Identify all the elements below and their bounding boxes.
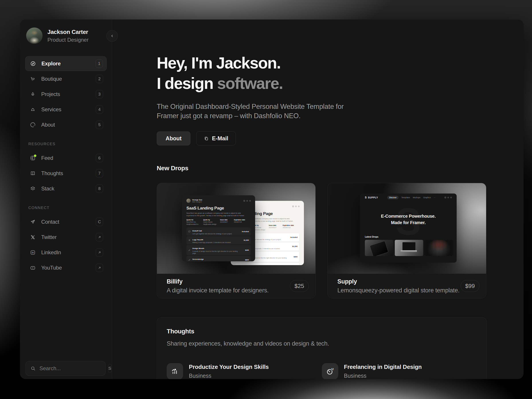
about-button[interactable]: About: [157, 132, 190, 146]
invoice-social-icons: [292, 206, 299, 207]
nav-label: Twitter: [41, 234, 96, 240]
shortcut-badge: 7: [96, 169, 103, 177]
invoice-meta-label: Expiration date: [234, 219, 251, 221]
main-content: Hey, I'm Jackson.I design software. The …: [112, 19, 524, 379]
feed-grid-icon: [30, 155, 36, 161]
product-description: A digital invoice template for designers…: [167, 287, 269, 294]
invoice-title: SaaS Landing Page: [186, 206, 251, 211]
thought-item-freelancing[interactable]: 12 Freelancing in Digital Design Busines…: [322, 363, 477, 379]
app-window: Jackson Carter Product Designer Explore …: [20, 19, 524, 379]
thumbnail-tablet: [365, 240, 393, 256]
supply-nav-more: ···: [434, 196, 436, 199]
external-arrow-icon: [96, 264, 103, 272]
sidebar-item-contact[interactable]: Contact C: [25, 215, 107, 229]
thought-category: Business: [344, 373, 422, 379]
hero-title-line1: Hey, I'm Jackson.: [157, 54, 281, 72]
price-badge: $99: [461, 280, 480, 292]
email-button[interactable]: E-Mail: [196, 132, 236, 146]
sidebar-collapse-button[interactable]: [106, 30, 118, 42]
invoice-meta-label: Issue date: [220, 219, 234, 221]
avatar: [26, 27, 43, 44]
x-logo-icon: [30, 234, 36, 240]
bell-icon: [30, 107, 36, 112]
profile[interactable]: Jackson Carter Product Designer: [20, 19, 112, 44]
invoice-meta-label: Quote for: [186, 219, 203, 221]
sidebar-nav: Explore 1 Boutique 2 Projects 3: [25, 56, 107, 276]
sidebar-item-thoughts[interactable]: Thoughts 7: [25, 166, 107, 181]
supply-site-mockup: S SSUPPLY Discover Templates Mockups Gra…: [360, 194, 457, 263]
sidebar-item-stack[interactable]: Stack 8: [25, 181, 107, 196]
sidebar: Jackson Carter Product Designer Explore …: [20, 19, 112, 379]
supply-preview-image: S SSUPPLY Discover Templates Mockups Gra…: [328, 183, 486, 274]
shortcut-badge: 5: [96, 120, 103, 129]
sidebar-item-twitter[interactable]: Twitter: [25, 230, 107, 245]
invoice-description: NovoTech has grown as a software company…: [186, 212, 248, 217]
linkedin-icon: in: [30, 250, 36, 255]
invoice-mockup-dark: George Doe Web Designer SaaS Landing Pag…: [182, 195, 255, 261]
svg-text:in: in: [32, 251, 34, 254]
sidebar-item-explore[interactable]: Explore 1: [25, 56, 107, 71]
compass-icon: [30, 61, 36, 66]
supply-nav-item: Templates: [401, 196, 410, 199]
pen-nib-icon: [30, 91, 36, 97]
svg-text:12: 12: [331, 368, 334, 370]
shortcut-badge: 4: [96, 105, 103, 114]
clock-12-icon: 12: [322, 363, 338, 379]
sidebar-item-linkedin[interactable]: in LinkedIn: [25, 245, 107, 260]
book-icon: [30, 171, 36, 176]
nav-label: Explore: [41, 61, 95, 67]
sidebar-item-about[interactable]: About 5: [25, 117, 107, 132]
chevron-left-icon: [109, 33, 115, 38]
sidebar-item-services[interactable]: Services 4: [25, 102, 107, 117]
thumbnail-portrait: [425, 240, 453, 256]
price-badge: $25: [290, 280, 309, 292]
search-box[interactable]: S: [25, 361, 106, 376]
nav-label: Services: [41, 106, 96, 113]
invoice-author-role: Web Designer: [192, 201, 202, 203]
supply-social-icons: [445, 197, 452, 198]
shortcut-badge: 2: [96, 75, 103, 83]
email-button-label: E-Mail: [212, 135, 228, 142]
product-name: Supply: [337, 278, 460, 285]
sidebar-item-youtube[interactable]: YouTube: [25, 260, 107, 275]
thumbnail-laptop: [395, 240, 423, 256]
supply-thumbnails: [360, 240, 457, 256]
thought-category: Business: [189, 373, 269, 379]
sidebar-item-boutique[interactable]: Boutique 2: [25, 72, 107, 86]
sidebar-item-projects[interactable]: Projects 3: [25, 87, 107, 101]
supply-nav-item: Mockups: [413, 196, 420, 199]
hero-subtitle: The Original Dashboard-Styled Personal W…: [157, 102, 358, 120]
supply-nav-item: Discover: [387, 196, 399, 199]
product-card-supply[interactable]: S SSUPPLY Discover Templates Mockups Gra…: [327, 183, 486, 298]
nav-label: Boutique: [41, 76, 96, 82]
thought-item-productize[interactable]: Productize Your Design Skills Business: [167, 363, 322, 379]
billify-card-footer: Billify A digital invoice template for d…: [157, 274, 316, 298]
hero-buttons: About E-Mail: [157, 132, 236, 146]
supply-hero-text: E-Commerce Powerhouse.Made for Framer.: [360, 213, 457, 226]
nav-label: Contact: [41, 219, 96, 225]
nav-label: Thoughts: [41, 170, 96, 177]
sidebar-item-feed[interactable]: Feed 6: [25, 151, 107, 165]
product-card-billify[interactable]: George Doe Web Designer SaaS Landing Pag…: [157, 183, 316, 298]
supply-card-footer: Supply Lemonsqueezy-powered digital stor…: [328, 274, 486, 298]
invoice-author: George Doe: [192, 199, 202, 201]
thought-title: Freelancing in Digital Design: [344, 364, 422, 370]
profile-role: Product Designer: [47, 37, 89, 43]
thoughts-subtitle: Sharing experiences, knowledge and video…: [167, 340, 477, 347]
product-description: Lemonsqueezy-powered digital store templ…: [337, 287, 460, 294]
nav-label: Stack: [41, 185, 96, 192]
supply-nav: Discover Templates Mockups Graphics ···: [387, 196, 436, 199]
hero-title-accent: software.: [217, 75, 283, 92]
shortcut-badge: C: [96, 218, 103, 226]
copy-icon: [204, 136, 209, 141]
cart-icon: [30, 76, 36, 82]
hero-title-line2: I design: [157, 75, 217, 92]
chart-arrow-icon: [167, 363, 183, 379]
thought-title: Productize Your Design Skills: [189, 364, 269, 370]
nav-label: About: [41, 122, 96, 128]
invoice-social-icons: [244, 200, 251, 202]
section-label-resources: RESOURCES: [28, 142, 107, 146]
product-name: Billify: [167, 278, 269, 285]
paper-plane-icon: [30, 219, 36, 225]
search-input[interactable]: [39, 365, 108, 372]
